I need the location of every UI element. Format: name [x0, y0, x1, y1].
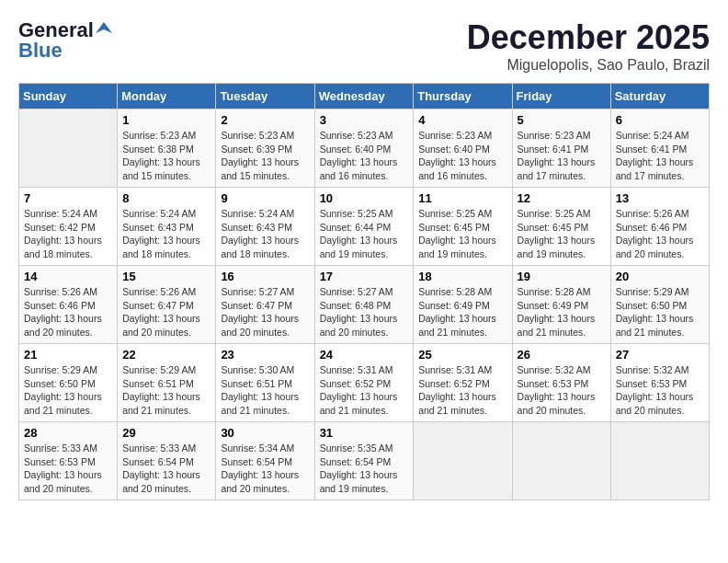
day-cell: 10Sunrise: 5:25 AMSunset: 6:44 PMDayligh…: [314, 188, 414, 266]
day-cell: 22Sunrise: 5:29 AMSunset: 6:51 PMDayligh…: [118, 344, 216, 422]
day-info: Sunrise: 5:29 AMSunset: 6:51 PMDaylight:…: [122, 363, 210, 418]
day-number: 2: [221, 113, 309, 127]
day-info: Sunrise: 5:30 AMSunset: 6:51 PMDaylight:…: [221, 363, 309, 418]
day-info: Sunrise: 5:31 AMSunset: 6:52 PMDaylight:…: [418, 363, 506, 418]
day-cell: 9Sunrise: 5:24 AMSunset: 6:43 PMDaylight…: [216, 188, 314, 266]
week-row-5: 28Sunrise: 5:33 AMSunset: 6:53 PMDayligh…: [19, 422, 710, 500]
day-info: Sunrise: 5:29 AMSunset: 6:50 PMDaylight:…: [24, 363, 112, 418]
day-cell: 28Sunrise: 5:33 AMSunset: 6:53 PMDayligh…: [19, 422, 118, 500]
day-cell: [414, 422, 512, 500]
day-cell: 26Sunrise: 5:32 AMSunset: 6:53 PMDayligh…: [512, 344, 610, 422]
day-cell: 15Sunrise: 5:26 AMSunset: 6:47 PMDayligh…: [118, 266, 216, 344]
day-number: 4: [418, 113, 506, 127]
day-number: 29: [122, 426, 210, 440]
day-info: Sunrise: 5:26 AMSunset: 6:46 PMDaylight:…: [616, 207, 704, 261]
day-cell: 17Sunrise: 5:27 AMSunset: 6:48 PMDayligh…: [314, 266, 414, 344]
day-cell: 25Sunrise: 5:31 AMSunset: 6:52 PMDayligh…: [414, 344, 512, 422]
day-info: Sunrise: 5:28 AMSunset: 6:49 PMDaylight:…: [418, 285, 506, 339]
day-number: 27: [616, 348, 704, 362]
day-info: Sunrise: 5:23 AMSunset: 6:39 PMDaylight:…: [221, 129, 309, 183]
day-info: Sunrise: 5:24 AMSunset: 6:41 PMDaylight:…: [616, 129, 704, 183]
day-info: Sunrise: 5:24 AMSunset: 6:43 PMDaylight:…: [122, 207, 210, 261]
day-number: 10: [320, 191, 409, 205]
logo: General Blue: [18, 18, 112, 63]
day-cell: 21Sunrise: 5:29 AMSunset: 6:50 PMDayligh…: [19, 344, 118, 422]
day-cell: 2Sunrise: 5:23 AMSunset: 6:39 PMDaylight…: [216, 109, 314, 188]
day-info: Sunrise: 5:33 AMSunset: 6:53 PMDaylight:…: [24, 442, 112, 496]
day-info: Sunrise: 5:26 AMSunset: 6:46 PMDaylight:…: [24, 285, 112, 339]
day-info: Sunrise: 5:27 AMSunset: 6:47 PMDaylight:…: [221, 285, 309, 339]
day-info: Sunrise: 5:25 AMSunset: 6:45 PMDaylight:…: [518, 207, 606, 261]
day-info: Sunrise: 5:34 AMSunset: 6:54 PMDaylight:…: [221, 442, 309, 496]
day-number: 19: [518, 270, 606, 283]
col-header-sunday: Sunday: [19, 84, 118, 109]
day-number: 15: [122, 270, 210, 283]
day-number: 3: [320, 113, 409, 127]
subtitle: Miguelopolis, Sao Paulo, Brazil: [467, 57, 710, 74]
day-number: 18: [418, 270, 506, 283]
week-row-2: 7Sunrise: 5:24 AMSunset: 6:42 PMDaylight…: [19, 188, 710, 266]
day-info: Sunrise: 5:28 AMSunset: 6:49 PMDaylight:…: [518, 285, 606, 339]
col-header-tuesday: Tuesday: [216, 84, 314, 109]
day-cell: 1Sunrise: 5:23 AMSunset: 6:38 PMDaylight…: [118, 109, 216, 188]
day-number: 26: [518, 348, 606, 362]
col-header-friday: Friday: [512, 84, 610, 109]
day-cell: 5Sunrise: 5:23 AMSunset: 6:41 PMDaylight…: [512, 109, 610, 188]
day-cell: [512, 422, 610, 500]
logo-bird-icon: [96, 20, 112, 37]
day-number: 1: [122, 113, 210, 127]
day-cell: 7Sunrise: 5:24 AMSunset: 6:42 PMDaylight…: [19, 188, 118, 266]
day-number: 16: [221, 270, 309, 283]
day-cell: 4Sunrise: 5:23 AMSunset: 6:40 PMDaylight…: [414, 109, 512, 188]
day-info: Sunrise: 5:23 AMSunset: 6:38 PMDaylight:…: [122, 129, 210, 183]
day-cell: [19, 109, 118, 188]
col-header-wednesday: Wednesday: [314, 84, 414, 109]
header-row: SundayMondayTuesdayWednesdayThursdayFrid…: [19, 84, 710, 109]
day-number: 25: [418, 348, 506, 362]
day-number: 9: [221, 191, 309, 205]
day-number: 5: [518, 113, 606, 127]
day-info: Sunrise: 5:24 AMSunset: 6:42 PMDaylight:…: [24, 207, 112, 261]
day-info: Sunrise: 5:27 AMSunset: 6:48 PMDaylight:…: [320, 285, 409, 339]
day-cell: 23Sunrise: 5:30 AMSunset: 6:51 PMDayligh…: [216, 344, 314, 422]
day-number: 24: [320, 348, 409, 362]
day-number: 28: [24, 426, 112, 440]
day-number: 11: [418, 191, 506, 205]
col-header-thursday: Thursday: [414, 84, 512, 109]
week-row-3: 14Sunrise: 5:26 AMSunset: 6:46 PMDayligh…: [19, 266, 710, 344]
day-number: 20: [616, 270, 704, 283]
day-number: 13: [616, 191, 704, 205]
day-info: Sunrise: 5:23 AMSunset: 6:41 PMDaylight:…: [518, 129, 606, 183]
day-cell: 18Sunrise: 5:28 AMSunset: 6:49 PMDayligh…: [414, 266, 512, 344]
col-header-saturday: Saturday: [610, 84, 709, 109]
day-info: Sunrise: 5:23 AMSunset: 6:40 PMDaylight:…: [418, 129, 506, 183]
day-cell: 24Sunrise: 5:31 AMSunset: 6:52 PMDayligh…: [314, 344, 414, 422]
week-row-4: 21Sunrise: 5:29 AMSunset: 6:50 PMDayligh…: [19, 344, 710, 422]
day-info: Sunrise: 5:35 AMSunset: 6:54 PMDaylight:…: [320, 442, 409, 496]
day-info: Sunrise: 5:33 AMSunset: 6:54 PMDaylight:…: [122, 442, 210, 496]
day-info: Sunrise: 5:26 AMSunset: 6:47 PMDaylight:…: [122, 285, 210, 339]
day-info: Sunrise: 5:29 AMSunset: 6:50 PMDaylight:…: [616, 285, 704, 339]
week-row-1: 1Sunrise: 5:23 AMSunset: 6:38 PMDaylight…: [19, 109, 710, 188]
day-number: 30: [221, 426, 309, 440]
calendar-table: SundayMondayTuesdayWednesdayThursdayFrid…: [18, 83, 710, 500]
day-info: Sunrise: 5:31 AMSunset: 6:52 PMDaylight:…: [320, 363, 409, 418]
day-cell: 12Sunrise: 5:25 AMSunset: 6:45 PMDayligh…: [512, 188, 610, 266]
title-section: December 2025 Miguelopolis, Sao Paulo, B…: [467, 18, 710, 74]
day-number: 23: [221, 348, 309, 362]
day-number: 12: [518, 191, 606, 205]
day-number: 6: [616, 113, 704, 127]
day-cell: 14Sunrise: 5:26 AMSunset: 6:46 PMDayligh…: [19, 266, 118, 344]
day-cell: 13Sunrise: 5:26 AMSunset: 6:46 PMDayligh…: [610, 188, 709, 266]
day-cell: 30Sunrise: 5:34 AMSunset: 6:54 PMDayligh…: [216, 422, 314, 500]
day-number: 31: [320, 426, 409, 440]
day-cell: [610, 422, 709, 500]
header: General Blue December 2025 Miguelopolis,…: [18, 18, 710, 74]
day-info: Sunrise: 5:32 AMSunset: 6:53 PMDaylight:…: [616, 363, 704, 418]
day-number: 21: [24, 348, 112, 362]
logo-blue: Blue: [18, 39, 63, 63]
day-cell: 6Sunrise: 5:24 AMSunset: 6:41 PMDaylight…: [610, 109, 709, 188]
day-number: 7: [24, 191, 112, 205]
day-number: 14: [24, 270, 112, 283]
day-info: Sunrise: 5:25 AMSunset: 6:45 PMDaylight:…: [418, 207, 506, 261]
